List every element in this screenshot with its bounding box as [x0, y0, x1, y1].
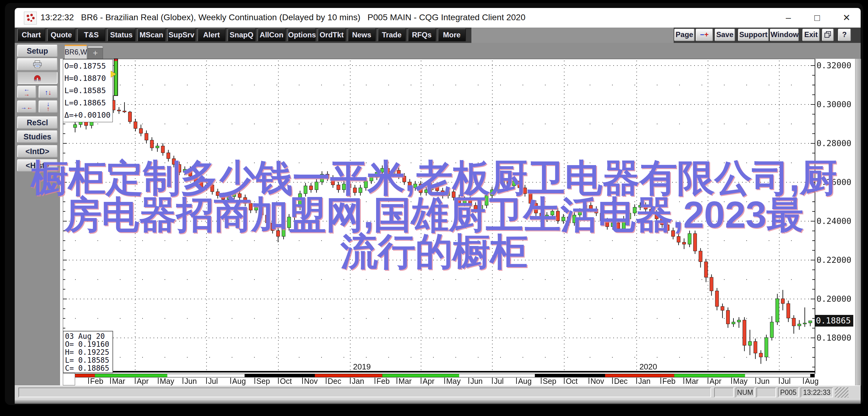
- exit-button[interactable]: Exit: [802, 29, 819, 41]
- toolbar-button-trade[interactable]: Trade: [378, 29, 406, 41]
- x-axis-month-label: Mar: [398, 377, 412, 386]
- x-axis-month-label: Dec: [328, 377, 341, 386]
- x-axis-month-label: Apr: [423, 377, 435, 386]
- toolbar-button-chart[interactable]: Chart: [17, 29, 45, 41]
- x-axis-month-label: Apr: [137, 377, 149, 386]
- scroll-horizontal-button[interactable]: ←→: [17, 86, 36, 98]
- main-toolbar: Chart Quote T&S Status MScan SupSrv Aler…: [15, 28, 861, 43]
- magnet-icon: [32, 76, 42, 84]
- cursor-info-box: 03 Aug 20O= 0.19160H= 0.19225L= 0.18585C…: [63, 331, 113, 373]
- x-axis-month-label: Oct: [566, 377, 578, 386]
- status-empty-panel-2: [756, 387, 776, 397]
- title-bar[interactable]: 13:22:32 BR6 - Brazilian Real (Globex), …: [15, 8, 861, 28]
- toolbar-button-supsrv[interactable]: SupSrv: [167, 29, 195, 41]
- x-axis-year-label: 2020: [639, 362, 657, 372]
- minimize-icon[interactable]: –: [779, 12, 798, 24]
- tab-bar: BR6,W +: [60, 43, 861, 59]
- x-axis-year-label: 2019: [353, 362, 371, 372]
- zoom-button[interactable]: −+: [696, 29, 713, 41]
- y-axis-label: 0.32000: [816, 61, 855, 70]
- toolbar-button-mscan[interactable]: MScan: [137, 29, 165, 41]
- x-axis-month-label: Apr: [710, 377, 721, 386]
- quote-panel: O=0.18755H=0.18870L=0.18585L=0.18865Δ=+0…: [63, 59, 113, 122]
- x-axis-month-label: Aug: [518, 377, 531, 386]
- watermark-line-2: 房电器招商加盟网,国雄厨卫生活电器,2023最: [0, 196, 868, 233]
- toolbar-spacer: [471, 28, 674, 43]
- status-num-lock: NUM: [736, 387, 754, 397]
- toolbar-button-more[interactable]: More: [438, 29, 466, 41]
- x-axis-month-label: Aug: [232, 377, 246, 386]
- status-clock: 13:22:33: [801, 387, 833, 397]
- add-tab-button[interactable]: +: [88, 46, 103, 60]
- status-bar: NUM P005 13:22:33: [15, 385, 861, 399]
- toolbar-button-quote[interactable]: Quote: [47, 29, 75, 41]
- status-empty-panel-1: [714, 387, 734, 397]
- info-low: L= 0.18585: [65, 356, 110, 364]
- x-axis-month-label: May: [733, 377, 748, 386]
- toolbar-button-status[interactable]: Status: [107, 29, 135, 41]
- maximize-icon[interactable]: □: [808, 12, 826, 24]
- zoom-out-icon[interactable]: −: [700, 30, 704, 39]
- y-axis-label: 0.28000: [816, 138, 855, 148]
- window-button[interactable]: Window: [770, 29, 799, 41]
- y-axis-label: 0.18000: [816, 333, 855, 343]
- close-icon[interactable]: ✕: [837, 12, 856, 24]
- toolbar-button-alert[interactable]: Alert: [197, 29, 225, 41]
- toolbar-button-news[interactable]: News: [347, 29, 376, 41]
- x-axis-month-label: Nov: [590, 377, 604, 386]
- swap-horizontal-icon: ←→: [18, 86, 36, 96]
- watermark-line-1: 橱柜定制多少钱一平米,老板厨卫电器有限公司,厨: [0, 159, 868, 197]
- toolbar-button-rfqs[interactable]: RFQs: [408, 29, 436, 41]
- swap-vertical-icon: ↑↓: [45, 89, 52, 96]
- support-button[interactable]: Support: [738, 29, 769, 41]
- cascade-windows-icon[interactable]: [822, 29, 834, 41]
- page-button[interactable]: Page: [674, 29, 694, 41]
- print-button[interactable]: [17, 58, 58, 70]
- x-axis-month-label: Jan: [352, 377, 364, 386]
- cqg-logo-icon: [24, 12, 37, 25]
- magnet-button[interactable]: [17, 72, 58, 84]
- x-axis-month-label: Jun: [757, 377, 770, 386]
- window-title: 13:22:32 BR6 - Brazilian Real (Globex), …: [40, 12, 525, 22]
- x-axis-month-label: Mar: [685, 377, 699, 386]
- compress-horizontal-icon: →←: [21, 104, 33, 110]
- y-axis-label: 0.20000: [816, 294, 855, 304]
- help-icon[interactable]: ?: [838, 29, 851, 41]
- compress-horizontal-button[interactable]: →←: [17, 100, 36, 113]
- x-axis-month-label: Feb: [662, 377, 676, 386]
- studies-button[interactable]: Studies: [17, 130, 58, 143]
- x-axis-month-label: Jan: [638, 377, 650, 386]
- quote-high: H=0.18870: [64, 74, 106, 83]
- info-close: C= 0.18865: [65, 364, 110, 373]
- tab-br6-weekly[interactable]: BR6,W: [64, 45, 87, 60]
- x-axis-month-label: Jun: [185, 377, 197, 386]
- last-price-tag: 0.18865: [815, 315, 853, 326]
- x-axis-month-label: Sep: [543, 377, 556, 386]
- scroll-vertical-button[interactable]: ↑↓: [39, 86, 58, 98]
- toolbar-button-ordtkt[interactable]: OrdTkt: [317, 29, 346, 41]
- toolbar-button-options[interactable]: Options: [287, 29, 316, 41]
- toolbar-button-allcon[interactable]: AllCon: [257, 29, 286, 41]
- x-axis-month-label: May: [446, 377, 461, 386]
- toolbar-button-snapq[interactable]: SnapQ: [227, 29, 256, 41]
- window-bottom-edge: [15, 399, 861, 404]
- x-axis-month-label: Dec: [614, 377, 627, 386]
- intraday-button[interactable]: <IntD>: [17, 145, 58, 157]
- gauge-high-marker: [114, 59, 117, 61]
- quote-change: Δ=+0.00100: [64, 110, 111, 120]
- x-axis-month-label: Sep: [256, 377, 270, 386]
- zoom-in-icon[interactable]: +: [704, 30, 709, 39]
- axis-corner-cell: [63, 373, 75, 385]
- rescale-button[interactable]: ReScl: [17, 117, 58, 129]
- status-page-id: P005: [778, 387, 799, 397]
- info-open: O= 0.19160: [65, 340, 110, 349]
- setup-button[interactable]: Setup: [17, 45, 58, 57]
- resize-grip[interactable]: [835, 387, 848, 397]
- x-axis-month-label: Jul: [208, 377, 218, 386]
- quote-low: L=0.18585: [64, 86, 106, 95]
- x-axis-month-label: Oct: [280, 377, 292, 386]
- compress-vertical-icon: ↓↑: [39, 101, 57, 111]
- compress-vertical-button[interactable]: ↓↑: [39, 100, 58, 113]
- toolbar-button-ts[interactable]: T&S: [77, 29, 105, 41]
- save-button[interactable]: Save: [715, 29, 735, 41]
